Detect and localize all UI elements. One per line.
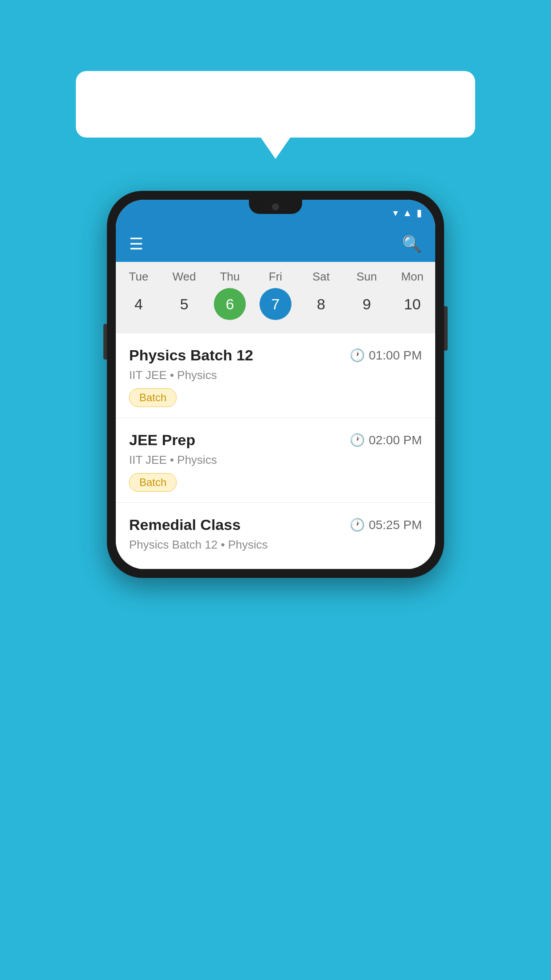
schedule-item-0[interactable]: Physics Batch 12🕐 01:00 PMIIT JEE • Phys… [116, 333, 435, 418]
day-label-thu: Thu [211, 270, 249, 284]
day-num-5[interactable]: 5 [168, 288, 200, 320]
day-label-mon: Mon [393, 270, 431, 284]
hamburger-menu-icon[interactable]: ☰ [129, 235, 143, 253]
battery-icon: ▮ [417, 207, 422, 219]
schedule-meta-0: IIT JEE • Physics [129, 368, 422, 382]
day-label-sat: Sat [302, 270, 340, 284]
day-num-10[interactable]: 10 [396, 288, 428, 320]
schedule-title-2: Remedial Class [129, 516, 240, 533]
day-label-sun: Sun [348, 270, 386, 284]
volume-button-left [103, 324, 107, 360]
schedule-meta-2: Physics Batch 12 • Physics [129, 538, 422, 552]
schedule-title-1: JEE Prep [129, 431, 195, 449]
notch [249, 200, 302, 214]
signal-icon: ▲ [402, 207, 412, 219]
power-button-right [444, 306, 448, 351]
schedule-item-1[interactable]: JEE Prep🕐 02:00 PMIIT JEE • PhysicsBatch [116, 418, 435, 503]
search-icon[interactable]: 🔍 [402, 235, 422, 253]
batch-badge-0: Batch [129, 388, 177, 407]
status-icons: ▾ ▲ ▮ [393, 207, 422, 219]
clock-icon: 🕐 [350, 348, 365, 363]
wifi-icon: ▾ [393, 207, 398, 219]
day-num-7[interactable]: 7 [260, 288, 291, 320]
batch-badge-1: Batch [129, 473, 177, 492]
day-num-8[interactable]: 8 [305, 288, 337, 320]
day-label-wed: Wed [165, 270, 203, 284]
day-label-fri: Fri [256, 270, 295, 284]
clock-icon: 🕐 [350, 433, 365, 447]
schedule-time-0: 🕐 01:00 PM [350, 348, 422, 363]
phone-mockup: ▾ ▲ ▮ ☰ 🔍 TueWedThuFriSatSunMon 45678910 [107, 191, 444, 578]
schedule-time-1: 🕐 02:00 PM [350, 433, 422, 447]
clock-icon: 🕐 [350, 518, 365, 532]
day-num-6[interactable]: 6 [214, 288, 246, 320]
day-num-4[interactable]: 4 [122, 288, 154, 320]
selected-date-label [116, 325, 435, 330]
camera [272, 203, 279, 210]
schedule-meta-1: IIT JEE • Physics [129, 453, 422, 467]
day-headers: TueWedThuFriSatSunMon [116, 270, 435, 284]
calendar-strip: TueWedThuFriSatSunMon 45678910 [116, 262, 435, 333]
schedule-time-2: 🕐 05:25 PM [350, 518, 422, 532]
status-bar: ▾ ▲ ▮ [116, 200, 435, 226]
day-numbers: 45678910 [116, 288, 435, 320]
app-bar: ☰ 🔍 [116, 226, 435, 262]
phone-outer: ▾ ▲ ▮ ☰ 🔍 TueWedThuFriSatSunMon 45678910 [107, 191, 444, 578]
schedule-list: Physics Batch 12🕐 01:00 PMIIT JEE • Phys… [116, 333, 435, 569]
phone-screen: ▾ ▲ ▮ ☰ 🔍 TueWedThuFriSatSunMon 45678910 [116, 200, 435, 569]
schedule-title-0: Physics Batch 12 [129, 347, 253, 364]
tooltip-card [76, 71, 475, 138]
day-label-tue: Tue [119, 270, 157, 284]
schedule-item-2[interactable]: Remedial Class🕐 05:25 PMPhysics Batch 12… [116, 503, 435, 569]
day-num-9[interactable]: 9 [351, 288, 383, 320]
